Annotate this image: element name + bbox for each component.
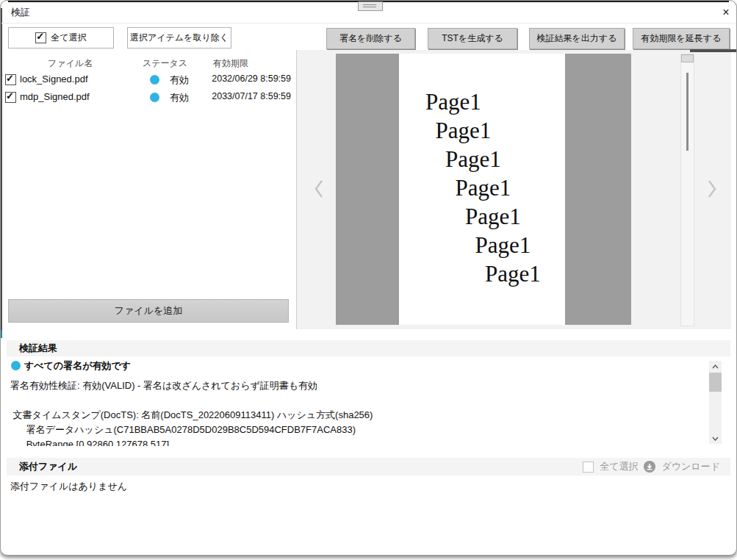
- handle-line: [363, 4, 376, 5]
- table-row[interactable]: mdp_Signed.pdf有効2033/07/17 8:59:59: [2, 88, 293, 106]
- preview-margin-left: [336, 54, 399, 325]
- scroll-up-button[interactable]: [709, 361, 722, 372]
- pdf-preview-pane: Page1Page1Page1Page1Page1Page1Page1: [296, 50, 731, 329]
- file-name: lock_Signed.pdf: [20, 73, 88, 85]
- download-button[interactable]: ダウンロード: [661, 460, 720, 473]
- expiry-date: 2033/07/17 8:59:59: [197, 91, 291, 101]
- remove-selected-button[interactable]: 選択アイテムを取り除く: [127, 27, 231, 49]
- scrollbar-button[interactable]: [681, 54, 694, 62]
- row-checkbox[interactable]: [5, 92, 16, 103]
- result-header: 検証結果: [7, 342, 57, 355]
- attachments-select-all-label: 全て選択: [600, 460, 638, 473]
- column-header-filename: ファイル名: [48, 57, 93, 70]
- result-header-band: 検証結果: [7, 340, 730, 356]
- status-dot-icon: [150, 75, 159, 85]
- page-text: Page1: [425, 89, 481, 115]
- status-dot-icon: [150, 93, 159, 102]
- verification-dialog: 検証 × 全て選択 選択アイテムを取り除く 署名を削除する TSTを生成する 検…: [0, 0, 737, 556]
- file-name: mdp_Signed.pdf: [20, 91, 90, 102]
- row-checkbox[interactable]: [5, 74, 16, 85]
- scrollbar-thumb[interactable]: [686, 73, 689, 151]
- page-text: Page1: [465, 204, 521, 230]
- column-header-status: ステータス: [143, 57, 187, 70]
- expiry-date: 2032/06/29 8:59:59: [197, 73, 291, 84]
- scroll-down-button[interactable]: [709, 433, 722, 444]
- extend-expiry-button[interactable]: 有効期限を延長する: [633, 28, 730, 49]
- result-summary: すべての署名が有効です: [24, 359, 131, 373]
- screen: 検証 × 全て選択 選択アイテムを取り除く 署名を削除する TSTを生成する 検…: [0, 0, 737, 560]
- preview-margin-right: [565, 54, 631, 325]
- chevron-up-icon: [712, 365, 719, 369]
- select-all-checkbox[interactable]: 全て選択: [8, 27, 114, 49]
- previous-page-button[interactable]: [309, 176, 329, 201]
- handle-line: [363, 7, 376, 7]
- status-label: 有効: [170, 91, 189, 104]
- page-text: Page1: [456, 175, 511, 201]
- titlebar-divider: [1, 23, 736, 24]
- splitter-accent: [1, 330, 2, 338]
- chevron-down-icon: [712, 437, 719, 441]
- column-header-expiry: 有効期限: [213, 57, 248, 70]
- page-text: Page1: [485, 261, 541, 287]
- next-page-button[interactable]: [702, 176, 722, 201]
- checkbox-checked-icon: [35, 32, 46, 43]
- result-detail-text: 署名有効性検証: 有効(VALID) - 署名は改ざんされておらず証明書も有効 …: [10, 378, 701, 446]
- page-text: Page1: [436, 118, 492, 144]
- status-label: 有効: [170, 73, 189, 87]
- result-scrollbar[interactable]: [709, 361, 722, 444]
- chevron-left-icon: [313, 179, 325, 198]
- page-text: Page1: [445, 146, 501, 173]
- preview-scrollbar[interactable]: [680, 54, 694, 326]
- file-list-rows: lock_Signed.pdf有効2032/06/29 8:59:59mdp_S…: [1, 71, 295, 291]
- window-title: 検証: [11, 6, 30, 19]
- delete-signature-button[interactable]: 署名を削除する: [326, 28, 415, 49]
- attachments-header: 添付ファイル: [7, 460, 77, 473]
- add-file-button[interactable]: ファイルを追加: [8, 299, 289, 323]
- scrollbar-thumb[interactable]: [709, 373, 722, 392]
- export-result-button[interactable]: 検証結果を出力する: [529, 28, 625, 49]
- drag-handle[interactable]: [358, 1, 383, 11]
- status-dot-icon: [11, 361, 21, 370]
- attachments-header-band: 添付ファイル 全て選択 ダウンロード: [7, 458, 730, 475]
- separator-segment: [690, 49, 736, 52]
- download-icon: [644, 461, 655, 473]
- generate-tst-button[interactable]: TSTを生成する: [428, 28, 517, 49]
- attachments-select-all-checkbox[interactable]: [583, 462, 594, 473]
- attachments-empty-message: 添付ファイルはありません: [10, 480, 127, 493]
- table-row[interactable]: lock_Signed.pdf有効2032/06/29 8:59:59: [2, 71, 293, 88]
- page-text: Page1: [475, 232, 531, 259]
- chevron-right-icon: [706, 179, 718, 198]
- close-button[interactable]: ×: [718, 4, 734, 21]
- select-all-label: 全て選択: [51, 32, 86, 44]
- pdf-page: Page1Page1Page1Page1Page1Page1Page1: [399, 54, 565, 325]
